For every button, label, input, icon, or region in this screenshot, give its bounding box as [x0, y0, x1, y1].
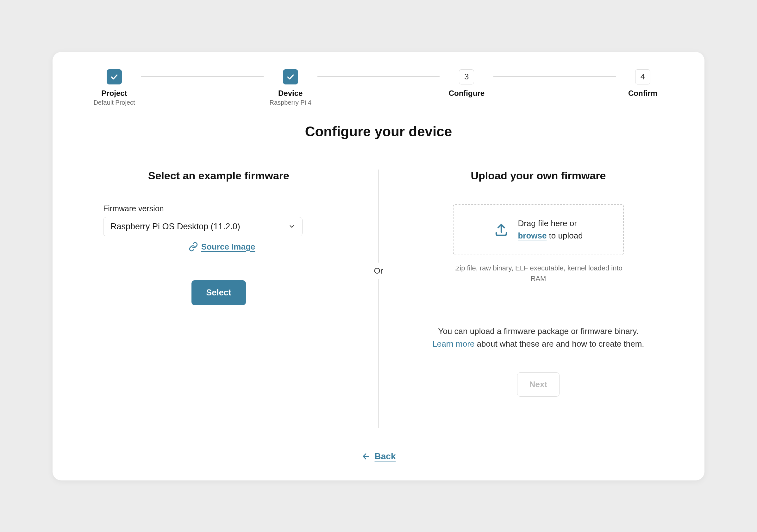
file-dropzone[interactable]: Drag file here or browse to upload	[453, 204, 624, 255]
vertical-divider	[378, 169, 379, 429]
step-label: Project	[101, 89, 127, 98]
step-device[interactable]: Device Raspberry Pi 4	[264, 69, 318, 106]
arrow-left-icon	[361, 452, 370, 461]
right-column: Upload your own firmware Drag file here …	[378, 169, 660, 397]
source-image-link[interactable]: Source Image	[201, 242, 256, 252]
firmware-version-label: Firmware version	[103, 204, 303, 213]
dropzone-text: Drag file here or browse to upload	[518, 217, 583, 242]
next-button[interactable]: Next	[517, 372, 560, 397]
back-row: Back	[52, 451, 705, 461]
step-label: Configure	[449, 89, 485, 98]
learn-more-link[interactable]: Learn more	[432, 339, 474, 348]
step-connector	[318, 76, 440, 77]
upload-description: You can upload a firmware package or fir…	[428, 325, 649, 350]
upload-desc-post: about what these are and how to create t…	[474, 339, 644, 348]
link-icon	[189, 242, 198, 251]
firmware-version-select[interactable]: Raspberry Pi OS Desktop (11.2.0)	[103, 217, 303, 236]
step-label: Confirm	[628, 89, 657, 98]
step-number: 3	[459, 69, 474, 84]
dropzone-line2: to upload	[547, 231, 583, 240]
step-connector	[141, 76, 264, 77]
page-title: Configure your device	[75, 124, 682, 139]
upload-desc-pre: You can upload a firmware package or fir…	[438, 326, 639, 336]
left-column: Select an example firmware Firmware vers…	[97, 169, 378, 397]
upload-icon	[494, 222, 509, 237]
step-project[interactable]: Project Default Project	[87, 69, 141, 106]
dropzone-line1: Drag file here or	[518, 219, 577, 228]
check-icon	[106, 69, 122, 84]
firmware-version-field: Firmware version Raspberry Pi OS Desktop…	[103, 204, 303, 236]
source-image-row: Source Image	[122, 242, 321, 252]
step-configure[interactable]: 3 Configure	[439, 69, 493, 98]
step-sublabel: Raspberry Pi 4	[270, 99, 312, 106]
back-link[interactable]: Back	[375, 451, 396, 461]
select-button[interactable]: Select	[192, 280, 246, 305]
stepper: Project Default Project Device Raspberry…	[75, 69, 682, 106]
step-confirm[interactable]: 4 Confirm	[616, 69, 670, 98]
example-firmware-title: Select an example firmware	[148, 169, 289, 182]
chevron-down-icon	[288, 223, 295, 230]
upload-firmware-title: Upload your own firmware	[471, 169, 606, 182]
browse-link[interactable]: browse	[518, 231, 547, 240]
card: Project Default Project Device Raspberry…	[52, 52, 705, 481]
check-icon	[283, 69, 298, 84]
dropzone-hint: .zip file, raw binary, ELF executable, k…	[453, 263, 624, 284]
firmware-version-value: Raspberry Pi OS Desktop (11.2.0)	[110, 222, 240, 231]
step-connector	[493, 76, 616, 77]
step-label: Device	[278, 89, 303, 98]
columns: Or Select an example firmware Firmware v…	[75, 169, 682, 397]
step-sublabel: Default Project	[93, 99, 135, 106]
step-number: 4	[635, 69, 651, 84]
or-divider-label: Or	[370, 262, 388, 279]
